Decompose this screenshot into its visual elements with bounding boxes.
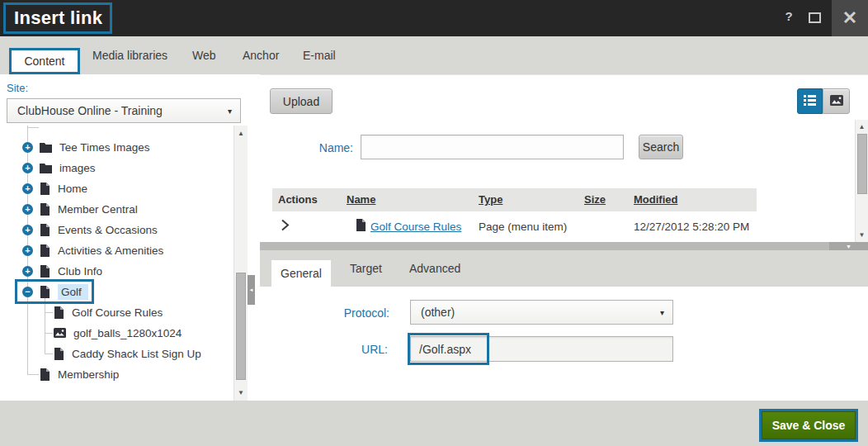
annotation-box-title: Insert link — [3, 2, 112, 34]
page-icon — [54, 348, 64, 360]
upload-button[interactable]: Upload — [270, 88, 333, 114]
expand-plus-icon[interactable] — [22, 225, 33, 235]
tree-connector-line — [27, 127, 39, 128]
page-icon — [54, 306, 64, 319]
column-size[interactable]: Size — [584, 193, 606, 206]
insert-link-dialog: Insert link ? ✕ Content Media libraries … — [0, 0, 868, 446]
tab-content[interactable]: Content — [9, 48, 80, 74]
protocol-label: Protocol: — [309, 306, 389, 320]
page-icon — [40, 265, 50, 278]
name-search-input[interactable] — [361, 135, 624, 159]
tab-web[interactable]: Web — [192, 36, 216, 74]
maximize-icon[interactable] — [809, 12, 821, 23]
tree-item-golf-balls-image[interactable]: golf_balls_1280x1024 — [0, 323, 231, 343]
scroll-down-icon[interactable]: ▼ — [234, 389, 248, 396]
page-icon — [356, 219, 366, 234]
column-name[interactable]: Name — [347, 193, 375, 206]
tree-scrollbar-thumb[interactable] — [236, 273, 246, 380]
tree-item-events-occasions[interactable]: Events & Occasions — [0, 220, 231, 240]
tree-item-label: Golf Course Rules — [72, 306, 163, 319]
help-icon[interactable]: ? — [781, 9, 797, 23]
column-actions: Actions — [278, 193, 318, 206]
picture-view-icon — [830, 95, 843, 108]
tree-item-label: Events & Occasions — [58, 224, 158, 236]
row-modified: 12/27/2012 5:28:20 PM — [634, 221, 749, 233]
page-icon — [40, 203, 50, 216]
url-label: URL: — [309, 343, 388, 356]
panel-splitter-collapse[interactable]: ◂ — [248, 275, 255, 305]
tree-item-label: Membership — [58, 368, 119, 381]
chevron-down-icon: ▾ — [228, 107, 232, 116]
tree-item-label: Activities & Amenities — [58, 244, 163, 257]
tree-scrollbar[interactable]: ▲ ▼ — [234, 126, 248, 401]
chevron-down-icon: ▾ — [660, 308, 664, 317]
expand-plus-icon[interactable] — [22, 183, 33, 194]
tree-item-images[interactable]: images — [0, 158, 231, 178]
tab-general[interactable]: General — [271, 260, 331, 287]
expand-plus-icon[interactable] — [22, 266, 33, 277]
table-header — [272, 188, 757, 211]
search-button[interactable]: Search — [639, 135, 683, 159]
image-file-icon — [54, 328, 66, 338]
tree-item-member-central[interactable]: Member Central — [0, 199, 231, 219]
tree-item-club-info[interactable]: Club Info — [0, 261, 231, 281]
list-view-toggle-active[interactable] — [797, 88, 823, 114]
list-scrollbar-thumb[interactable] — [857, 134, 867, 194]
tree-item-caddy-shack[interactable]: Caddy Shack List Sign Up — [0, 344, 231, 363]
column-modified[interactable]: Modified — [634, 193, 677, 206]
tree-item-home[interactable]: Home — [0, 178, 231, 198]
scroll-up-icon[interactable]: ▲ — [234, 130, 248, 137]
dialog-title: Insert link — [14, 7, 102, 29]
expand-plus-icon[interactable] — [22, 245, 33, 256]
site-label: Site: — [7, 82, 28, 94]
tree-item-membership[interactable]: Membership — [0, 364, 231, 384]
protocol-select[interactable]: (other) ▾ — [410, 300, 673, 325]
expand-plus-icon[interactable] — [22, 142, 33, 153]
scroll-down-icon[interactable]: ▼ — [856, 231, 868, 239]
close-icon: ✕ — [842, 9, 857, 27]
expand-plus-icon[interactable] — [22, 204, 33, 215]
tree-item-label-selected: Golf — [58, 284, 88, 300]
tab-target[interactable]: Target — [350, 250, 382, 287]
tree-item-tee-times-images[interactable]: Tee Times Images — [0, 137, 231, 157]
page-icon — [40, 286, 50, 298]
list-scrollbar[interactable]: ▲ ▼ — [855, 120, 868, 242]
tab-anchor[interactable]: Anchor — [243, 36, 279, 74]
tree-item-label: images — [59, 162, 96, 174]
row-name-link[interactable]: Golf Course Rules — [370, 221, 461, 233]
collapse-minus-icon[interactable] — [22, 287, 33, 297]
tree-item-label: golf_balls_1280x1024 — [73, 327, 182, 339]
list-properties-splitter[interactable] — [260, 242, 868, 250]
tab-media-libraries[interactable]: Media libraries — [92, 36, 167, 74]
tree-item-label: Tee Times Images — [59, 141, 150, 154]
list-view-icon — [804, 94, 816, 109]
tree-item-golf-selected[interactable]: Golf — [0, 282, 231, 301]
footer-bar — [0, 401, 868, 446]
save-close-button[interactable]: Save & Close — [762, 411, 856, 439]
tab-email[interactable]: E-mail — [303, 36, 336, 74]
title-bar: Insert link ? ✕ — [0, 0, 868, 36]
row-expand-chevron-icon[interactable] — [281, 219, 290, 234]
site-select-value: ClubHouse Online - Training — [17, 104, 163, 117]
tree-item-label: Member Central — [58, 203, 138, 216]
site-select[interactable]: ClubHouse Online - Training ▾ — [7, 98, 241, 123]
tab-advanced[interactable]: Advanced — [409, 250, 460, 287]
page-icon — [40, 224, 50, 236]
collapse-down-icon: ▼ — [846, 244, 851, 249]
expand-plus-icon[interactable] — [22, 163, 33, 173]
thumbnail-view-toggle[interactable] — [823, 88, 850, 114]
annotation-box-save: Save & Close — [759, 409, 858, 442]
scroll-up-icon[interactable]: ▲ — [856, 123, 868, 130]
tree-item-label: Club Info — [58, 265, 102, 278]
tree-item-activities-amenities[interactable]: Activities & Amenities — [0, 240, 231, 260]
tree-item-golf-course-rules[interactable]: Golf Course Rules — [0, 302, 231, 322]
page-icon — [40, 183, 50, 195]
url-input[interactable] — [410, 336, 673, 362]
tree-item-label: Caddy Shack List Sign Up — [72, 348, 201, 360]
close-button[interactable]: ✕ — [832, 0, 868, 36]
tree-item-label: Home — [58, 183, 87, 195]
collapse-left-icon: ◂ — [250, 287, 253, 293]
column-type[interactable]: Type — [479, 193, 502, 206]
splitter-collapse-button[interactable]: ▼ — [829, 242, 868, 250]
folder-icon — [40, 142, 52, 153]
